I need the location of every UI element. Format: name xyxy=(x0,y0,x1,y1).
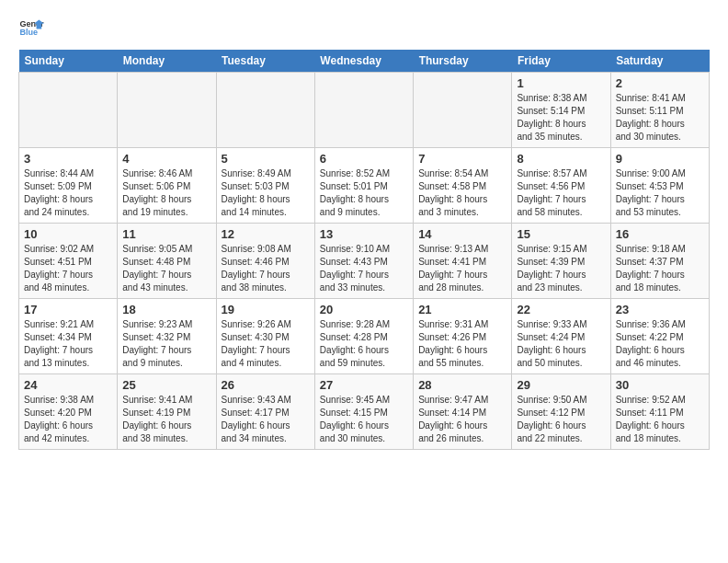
calendar-cell: 1Sunrise: 8:38 AM Sunset: 5:14 PM Daylig… xyxy=(512,73,610,148)
day-number: 14 xyxy=(418,227,506,241)
calendar-cell: 15Sunrise: 9:15 AM Sunset: 4:39 PM Dayli… xyxy=(512,224,610,299)
calendar-cell: 28Sunrise: 9:47 AM Sunset: 4:14 PM Dayli… xyxy=(414,374,512,450)
calendar-cell: 3Sunrise: 8:44 AM Sunset: 5:09 PM Daylig… xyxy=(19,148,118,224)
day-number: 17 xyxy=(24,303,112,316)
day-number: 29 xyxy=(517,378,605,392)
calendar-cell: 9Sunrise: 9:00 AM Sunset: 4:53 PM Daylig… xyxy=(610,148,709,224)
week-row-4: 17Sunrise: 9:21 AM Sunset: 4:34 PM Dayli… xyxy=(19,299,710,374)
day-number: 7 xyxy=(418,152,506,166)
day-number: 1 xyxy=(517,76,605,90)
day-number: 15 xyxy=(517,227,605,241)
calendar-cell: 22Sunrise: 9:33 AM Sunset: 4:24 PM Dayli… xyxy=(512,299,610,374)
day-number: 20 xyxy=(320,303,408,316)
calendar-cell: 18Sunrise: 9:23 AM Sunset: 4:32 PM Dayli… xyxy=(118,299,216,374)
calendar-cell: 14Sunrise: 9:13 AM Sunset: 4:41 PM Dayli… xyxy=(414,224,512,299)
col-header-monday: Monday xyxy=(118,50,216,73)
day-number: 2 xyxy=(616,76,704,90)
day-info: Sunrise: 9:18 AM Sunset: 4:37 PM Dayligh… xyxy=(616,243,704,294)
day-info: Sunrise: 9:33 AM Sunset: 4:24 PM Dayligh… xyxy=(517,318,605,370)
day-info: Sunrise: 9:45 AM Sunset: 4:15 PM Dayligh… xyxy=(320,394,408,445)
calendar-cell xyxy=(216,73,314,148)
day-number: 5 xyxy=(222,152,310,166)
day-info: Sunrise: 9:10 AM Sunset: 4:43 PM Dayligh… xyxy=(320,243,408,294)
day-number: 4 xyxy=(122,152,210,166)
calendar-cell xyxy=(19,73,118,148)
day-info: Sunrise: 8:57 AM Sunset: 4:56 PM Dayligh… xyxy=(517,167,605,219)
calendar-cell: 11Sunrise: 9:05 AM Sunset: 4:48 PM Dayli… xyxy=(118,224,216,299)
calendar-cell xyxy=(118,73,216,148)
calendar-cell: 2Sunrise: 8:41 AM Sunset: 5:11 PM Daylig… xyxy=(610,73,709,148)
day-number: 12 xyxy=(222,227,310,241)
day-number: 16 xyxy=(616,227,704,241)
calendar-cell: 7Sunrise: 8:54 AM Sunset: 4:58 PM Daylig… xyxy=(414,148,512,224)
day-info: Sunrise: 9:13 AM Sunset: 4:41 PM Dayligh… xyxy=(418,243,506,294)
day-number: 25 xyxy=(122,378,210,392)
logo: General Blue xyxy=(18,15,44,40)
day-info: Sunrise: 9:36 AM Sunset: 4:22 PM Dayligh… xyxy=(616,318,704,370)
day-number: 9 xyxy=(616,152,704,166)
week-row-5: 24Sunrise: 9:38 AM Sunset: 4:20 PM Dayli… xyxy=(19,374,710,450)
day-info: Sunrise: 8:49 AM Sunset: 5:03 PM Dayligh… xyxy=(222,167,310,219)
calendar-cell: 5Sunrise: 8:49 AM Sunset: 5:03 PM Daylig… xyxy=(216,148,314,224)
day-info: Sunrise: 8:52 AM Sunset: 5:01 PM Dayligh… xyxy=(320,167,408,219)
calendar-cell: 30Sunrise: 9:52 AM Sunset: 4:11 PM Dayli… xyxy=(610,374,709,450)
calendar-cell: 16Sunrise: 9:18 AM Sunset: 4:37 PM Dayli… xyxy=(610,224,709,299)
day-info: Sunrise: 8:41 AM Sunset: 5:11 PM Dayligh… xyxy=(616,92,704,144)
day-info: Sunrise: 9:28 AM Sunset: 4:28 PM Dayligh… xyxy=(320,318,408,370)
day-number: 19 xyxy=(222,303,310,316)
calendar-page: General Blue SundayMondayTuesdayWednesda… xyxy=(0,0,728,459)
day-info: Sunrise: 9:52 AM Sunset: 4:11 PM Dayligh… xyxy=(616,394,704,445)
col-header-saturday: Saturday xyxy=(610,50,709,73)
calendar-cell: 6Sunrise: 8:52 AM Sunset: 5:01 PM Daylig… xyxy=(314,148,413,224)
week-row-1: 1Sunrise: 8:38 AM Sunset: 5:14 PM Daylig… xyxy=(19,73,710,148)
day-info: Sunrise: 9:02 AM Sunset: 4:51 PM Dayligh… xyxy=(24,243,112,294)
week-row-3: 10Sunrise: 9:02 AM Sunset: 4:51 PM Dayli… xyxy=(19,224,710,299)
col-header-sunday: Sunday xyxy=(19,50,118,73)
calendar-cell: 12Sunrise: 9:08 AM Sunset: 4:46 PM Dayli… xyxy=(216,224,314,299)
calendar-cell: 17Sunrise: 9:21 AM Sunset: 4:34 PM Dayli… xyxy=(19,299,118,374)
col-header-thursday: Thursday xyxy=(414,50,512,73)
calendar-cell: 24Sunrise: 9:38 AM Sunset: 4:20 PM Dayli… xyxy=(19,374,118,450)
calendar-cell: 29Sunrise: 9:50 AM Sunset: 4:12 PM Dayli… xyxy=(512,374,610,450)
day-number: 6 xyxy=(320,152,408,166)
day-number: 26 xyxy=(222,378,310,392)
calendar-cell: 19Sunrise: 9:26 AM Sunset: 4:30 PM Dayli… xyxy=(216,299,314,374)
day-info: Sunrise: 9:05 AM Sunset: 4:48 PM Dayligh… xyxy=(122,243,210,294)
day-info: Sunrise: 8:54 AM Sunset: 4:58 PM Dayligh… xyxy=(418,167,506,219)
calendar-cell: 4Sunrise: 8:46 AM Sunset: 5:06 PM Daylig… xyxy=(118,148,216,224)
calendar-cell: 25Sunrise: 9:41 AM Sunset: 4:19 PM Dayli… xyxy=(118,374,216,450)
calendar-cell: 26Sunrise: 9:43 AM Sunset: 4:17 PM Dayli… xyxy=(216,374,314,450)
calendar-table: SundayMondayTuesdayWednesdayThursdayFrid… xyxy=(18,50,710,450)
calendar-cell: 21Sunrise: 9:31 AM Sunset: 4:26 PM Dayli… xyxy=(414,299,512,374)
calendar-cell: 10Sunrise: 9:02 AM Sunset: 4:51 PM Dayli… xyxy=(19,224,118,299)
day-number: 24 xyxy=(24,378,112,392)
day-info: Sunrise: 9:43 AM Sunset: 4:17 PM Dayligh… xyxy=(222,394,310,445)
day-number: 13 xyxy=(320,227,408,241)
day-number: 3 xyxy=(24,152,112,166)
calendar-cell xyxy=(414,73,512,148)
header: General Blue xyxy=(18,15,710,40)
day-number: 22 xyxy=(517,303,605,316)
day-info: Sunrise: 8:38 AM Sunset: 5:14 PM Dayligh… xyxy=(517,92,605,144)
day-number: 11 xyxy=(122,227,210,241)
col-header-friday: Friday xyxy=(512,50,610,73)
svg-text:Blue: Blue xyxy=(19,28,38,37)
day-info: Sunrise: 9:15 AM Sunset: 4:39 PM Dayligh… xyxy=(517,243,605,294)
day-info: Sunrise: 9:23 AM Sunset: 4:32 PM Dayligh… xyxy=(122,318,210,370)
calendar-cell: 13Sunrise: 9:10 AM Sunset: 4:43 PM Dayli… xyxy=(314,224,413,299)
calendar-cell xyxy=(314,73,413,148)
day-info: Sunrise: 9:00 AM Sunset: 4:53 PM Dayligh… xyxy=(616,167,704,219)
day-info: Sunrise: 9:47 AM Sunset: 4:14 PM Dayligh… xyxy=(418,394,506,445)
calendar-cell: 23Sunrise: 9:36 AM Sunset: 4:22 PM Dayli… xyxy=(610,299,709,374)
day-info: Sunrise: 9:21 AM Sunset: 4:34 PM Dayligh… xyxy=(24,318,112,370)
day-number: 27 xyxy=(320,378,408,392)
day-info: Sunrise: 9:50 AM Sunset: 4:12 PM Dayligh… xyxy=(517,394,605,445)
day-info: Sunrise: 9:38 AM Sunset: 4:20 PM Dayligh… xyxy=(24,394,112,445)
day-number: 23 xyxy=(616,303,704,316)
day-info: Sunrise: 8:44 AM Sunset: 5:09 PM Dayligh… xyxy=(24,167,112,219)
day-number: 30 xyxy=(616,378,704,392)
day-info: Sunrise: 9:31 AM Sunset: 4:26 PM Dayligh… xyxy=(418,318,506,370)
day-info: Sunrise: 9:26 AM Sunset: 4:30 PM Dayligh… xyxy=(222,318,310,370)
day-info: Sunrise: 9:41 AM Sunset: 4:19 PM Dayligh… xyxy=(122,394,210,445)
day-info: Sunrise: 9:08 AM Sunset: 4:46 PM Dayligh… xyxy=(222,243,310,294)
